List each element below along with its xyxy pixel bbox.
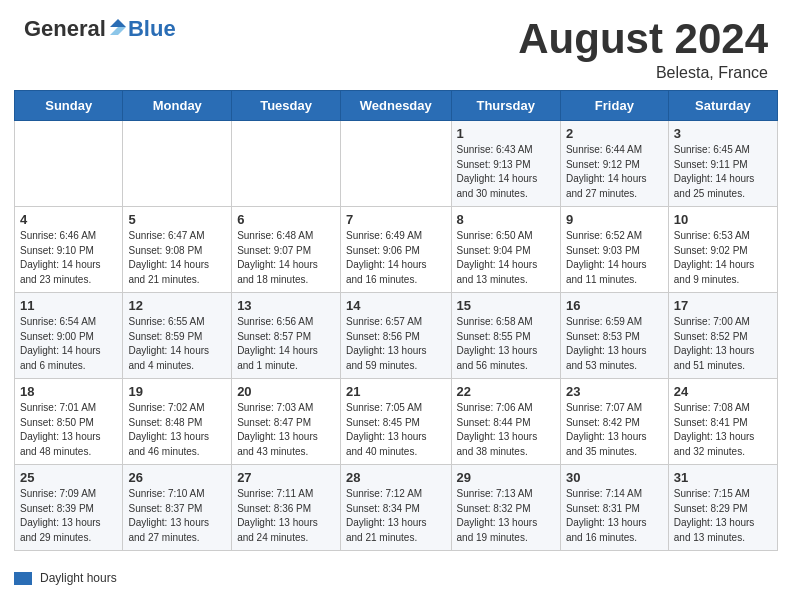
day-cell-15: 15Sunrise: 6:58 AM Sunset: 8:55 PM Dayli… <box>451 293 560 379</box>
day-number: 2 <box>566 126 663 141</box>
day-detail: Sunrise: 7:13 AM Sunset: 8:32 PM Dayligh… <box>457 487 555 545</box>
svg-marker-0 <box>110 19 126 27</box>
day-cell-6: 6Sunrise: 6:48 AM Sunset: 9:07 PM Daylig… <box>232 207 341 293</box>
legend-color-box <box>14 572 32 585</box>
day-detail: Sunrise: 6:57 AM Sunset: 8:56 PM Dayligh… <box>346 315 446 373</box>
day-number: 25 <box>20 470 117 485</box>
day-number: 22 <box>457 384 555 399</box>
calendar: SundayMondayTuesdayWednesdayThursdayFrid… <box>0 90 792 565</box>
day-cell-14: 14Sunrise: 6:57 AM Sunset: 8:56 PM Dayli… <box>341 293 452 379</box>
day-cell-31: 31Sunrise: 7:15 AM Sunset: 8:29 PM Dayli… <box>668 465 777 551</box>
day-number: 12 <box>128 298 226 313</box>
page-header: General Blue August 2024 Belesta, France <box>0 0 792 90</box>
day-detail: Sunrise: 7:08 AM Sunset: 8:41 PM Dayligh… <box>674 401 772 459</box>
day-detail: Sunrise: 6:58 AM Sunset: 8:55 PM Dayligh… <box>457 315 555 373</box>
empty-cell <box>341 121 452 207</box>
day-detail: Sunrise: 7:01 AM Sunset: 8:50 PM Dayligh… <box>20 401 117 459</box>
day-detail: Sunrise: 7:00 AM Sunset: 8:52 PM Dayligh… <box>674 315 772 373</box>
day-number: 27 <box>237 470 335 485</box>
day-cell-16: 16Sunrise: 6:59 AM Sunset: 8:53 PM Dayli… <box>560 293 668 379</box>
col-header-saturday: Saturday <box>668 91 777 121</box>
day-detail: Sunrise: 7:05 AM Sunset: 8:45 PM Dayligh… <box>346 401 446 459</box>
day-cell-17: 17Sunrise: 7:00 AM Sunset: 8:52 PM Dayli… <box>668 293 777 379</box>
calendar-header: SundayMondayTuesdayWednesdayThursdayFrid… <box>15 91 778 121</box>
day-detail: Sunrise: 7:07 AM Sunset: 8:42 PM Dayligh… <box>566 401 663 459</box>
day-number: 5 <box>128 212 226 227</box>
day-detail: Sunrise: 6:59 AM Sunset: 8:53 PM Dayligh… <box>566 315 663 373</box>
col-header-tuesday: Tuesday <box>232 91 341 121</box>
empty-cell <box>123 121 232 207</box>
logo-blue-text: Blue <box>128 18 176 40</box>
day-number: 14 <box>346 298 446 313</box>
day-cell-8: 8Sunrise: 6:50 AM Sunset: 9:04 PM Daylig… <box>451 207 560 293</box>
day-cell-18: 18Sunrise: 7:01 AM Sunset: 8:50 PM Dayli… <box>15 379 123 465</box>
day-cell-30: 30Sunrise: 7:14 AM Sunset: 8:31 PM Dayli… <box>560 465 668 551</box>
day-number: 28 <box>346 470 446 485</box>
day-cell-21: 21Sunrise: 7:05 AM Sunset: 8:45 PM Dayli… <box>341 379 452 465</box>
day-cell-28: 28Sunrise: 7:12 AM Sunset: 8:34 PM Dayli… <box>341 465 452 551</box>
day-number: 26 <box>128 470 226 485</box>
day-number: 10 <box>674 212 772 227</box>
day-cell-26: 26Sunrise: 7:10 AM Sunset: 8:37 PM Dayli… <box>123 465 232 551</box>
calendar-footer: Daylight hours <box>0 565 792 593</box>
day-detail: Sunrise: 7:10 AM Sunset: 8:37 PM Dayligh… <box>128 487 226 545</box>
day-number: 8 <box>457 212 555 227</box>
day-number: 30 <box>566 470 663 485</box>
page-location: Belesta, France <box>518 64 768 82</box>
day-number: 16 <box>566 298 663 313</box>
day-number: 20 <box>237 384 335 399</box>
day-number: 24 <box>674 384 772 399</box>
calendar-table: SundayMondayTuesdayWednesdayThursdayFrid… <box>14 90 778 551</box>
day-cell-23: 23Sunrise: 7:07 AM Sunset: 8:42 PM Dayli… <box>560 379 668 465</box>
col-header-sunday: Sunday <box>15 91 123 121</box>
day-cell-9: 9Sunrise: 6:52 AM Sunset: 9:03 PM Daylig… <box>560 207 668 293</box>
day-cell-29: 29Sunrise: 7:13 AM Sunset: 8:32 PM Dayli… <box>451 465 560 551</box>
day-detail: Sunrise: 7:02 AM Sunset: 8:48 PM Dayligh… <box>128 401 226 459</box>
day-detail: Sunrise: 6:54 AM Sunset: 9:00 PM Dayligh… <box>20 315 117 373</box>
day-number: 6 <box>237 212 335 227</box>
day-detail: Sunrise: 6:53 AM Sunset: 9:02 PM Dayligh… <box>674 229 772 287</box>
logo-icon <box>108 17 128 37</box>
day-cell-1: 1Sunrise: 6:43 AM Sunset: 9:13 PM Daylig… <box>451 121 560 207</box>
day-number: 15 <box>457 298 555 313</box>
empty-cell <box>232 121 341 207</box>
day-detail: Sunrise: 6:52 AM Sunset: 9:03 PM Dayligh… <box>566 229 663 287</box>
day-number: 4 <box>20 212 117 227</box>
empty-cell <box>15 121 123 207</box>
day-detail: Sunrise: 6:43 AM Sunset: 9:13 PM Dayligh… <box>457 143 555 201</box>
day-detail: Sunrise: 7:14 AM Sunset: 8:31 PM Dayligh… <box>566 487 663 545</box>
title-block: August 2024 Belesta, France <box>518 18 768 82</box>
day-detail: Sunrise: 6:46 AM Sunset: 9:10 PM Dayligh… <box>20 229 117 287</box>
day-detail: Sunrise: 6:55 AM Sunset: 8:59 PM Dayligh… <box>128 315 226 373</box>
day-number: 23 <box>566 384 663 399</box>
day-detail: Sunrise: 7:12 AM Sunset: 8:34 PM Dayligh… <box>346 487 446 545</box>
day-number: 29 <box>457 470 555 485</box>
day-number: 11 <box>20 298 117 313</box>
day-number: 17 <box>674 298 772 313</box>
day-cell-5: 5Sunrise: 6:47 AM Sunset: 9:08 PM Daylig… <box>123 207 232 293</box>
day-number: 7 <box>346 212 446 227</box>
day-cell-19: 19Sunrise: 7:02 AM Sunset: 8:48 PM Dayli… <box>123 379 232 465</box>
svg-marker-1 <box>110 27 126 35</box>
logo-general-text: General <box>24 18 106 40</box>
day-detail: Sunrise: 6:45 AM Sunset: 9:11 PM Dayligh… <box>674 143 772 201</box>
day-detail: Sunrise: 7:09 AM Sunset: 8:39 PM Dayligh… <box>20 487 117 545</box>
day-cell-7: 7Sunrise: 6:49 AM Sunset: 9:06 PM Daylig… <box>341 207 452 293</box>
day-number: 19 <box>128 384 226 399</box>
day-detail: Sunrise: 6:49 AM Sunset: 9:06 PM Dayligh… <box>346 229 446 287</box>
day-cell-27: 27Sunrise: 7:11 AM Sunset: 8:36 PM Dayli… <box>232 465 341 551</box>
day-detail: Sunrise: 6:44 AM Sunset: 9:12 PM Dayligh… <box>566 143 663 201</box>
page-title: August 2024 <box>518 18 768 60</box>
col-header-wednesday: Wednesday <box>341 91 452 121</box>
day-detail: Sunrise: 6:48 AM Sunset: 9:07 PM Dayligh… <box>237 229 335 287</box>
day-number: 1 <box>457 126 555 141</box>
day-cell-12: 12Sunrise: 6:55 AM Sunset: 8:59 PM Dayli… <box>123 293 232 379</box>
day-cell-4: 4Sunrise: 6:46 AM Sunset: 9:10 PM Daylig… <box>15 207 123 293</box>
day-detail: Sunrise: 7:06 AM Sunset: 8:44 PM Dayligh… <box>457 401 555 459</box>
day-detail: Sunrise: 7:15 AM Sunset: 8:29 PM Dayligh… <box>674 487 772 545</box>
legend-label: Daylight hours <box>40 571 117 585</box>
day-cell-24: 24Sunrise: 7:08 AM Sunset: 8:41 PM Dayli… <box>668 379 777 465</box>
day-detail: Sunrise: 7:03 AM Sunset: 8:47 PM Dayligh… <box>237 401 335 459</box>
col-header-thursday: Thursday <box>451 91 560 121</box>
day-detail: Sunrise: 7:11 AM Sunset: 8:36 PM Dayligh… <box>237 487 335 545</box>
